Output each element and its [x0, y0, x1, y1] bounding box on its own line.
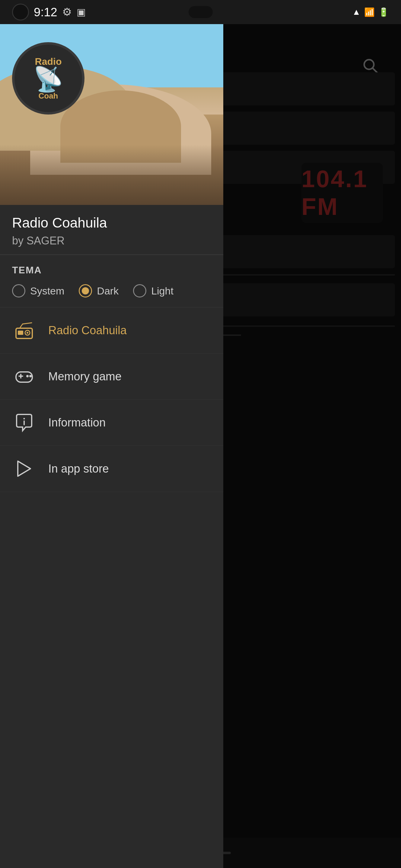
- status-right-icons: ▲ 📶 🔋: [352, 7, 389, 17]
- theme-radio-dark-fill: [82, 287, 89, 294]
- theme-label-system: System: [30, 285, 64, 297]
- logo-circle: Radio 📡 Coah: [12, 42, 85, 115]
- menu-item-radio-coahuila[interactable]: Radio Coahuila: [0, 307, 223, 353]
- status-time: 9:12: [34, 5, 57, 19]
- menu-item-information[interactable]: Information: [0, 400, 223, 446]
- svg-rect-3: [18, 331, 23, 335]
- status-bar: 9:12 ⚙ ▣ ▲ 📶 🔋: [0, 0, 401, 24]
- svg-point-5: [27, 332, 28, 334]
- menu-label-memory-game: Memory game: [48, 370, 122, 383]
- battery-icon: 🔋: [378, 7, 389, 17]
- svg-line-6: [20, 324, 23, 328]
- theme-label-dark: Dark: [97, 285, 119, 297]
- menu-label-in-app-store: In app store: [48, 462, 109, 475]
- svg-point-10: [29, 375, 32, 377]
- theme-label-light: Light: [151, 285, 173, 297]
- drawer-station-name: Radio Coahuila: [12, 215, 211, 231]
- theme-radio-system: [12, 284, 25, 298]
- theme-radio-light: [133, 284, 146, 298]
- camera-notch: [189, 6, 213, 18]
- menu-item-memory-game[interactable]: Memory game: [0, 353, 223, 400]
- app-store-icon: [12, 457, 36, 481]
- svg-line-7: [23, 323, 32, 324]
- play-arrow-icon: [13, 458, 35, 479]
- status-left: 9:12 ⚙ ▣: [12, 4, 86, 21]
- dune-shadow: [0, 145, 223, 205]
- menu-label-radio-coahuila: Radio Coahuila: [48, 324, 127, 337]
- svg-marker-15: [18, 461, 30, 476]
- theme-options-group: System Dark Light: [12, 284, 211, 298]
- theme-section: TEMA System Dark Light: [0, 255, 223, 307]
- theme-radio-dark: [79, 284, 92, 298]
- status-notch-area: [189, 6, 213, 18]
- theme-option-system[interactable]: System: [12, 284, 64, 298]
- menu-label-information: Information: [48, 416, 106, 429]
- app-logo: Radio 📡 Coah: [12, 42, 85, 115]
- settings-icon: ⚙: [62, 6, 72, 19]
- radio-coahuila-icon: [12, 318, 36, 342]
- gamepad-icon: [13, 366, 35, 387]
- information-icon: [12, 410, 36, 435]
- memory-game-icon: [12, 364, 36, 389]
- svg-point-9: [26, 375, 29, 377]
- radio-icon: [13, 320, 35, 341]
- navigation-drawer: Radio 📡 Coah Radio Coahuila by SAGER TEM…: [0, 24, 223, 868]
- info-chat-icon: [13, 412, 35, 433]
- theme-option-light[interactable]: Light: [133, 284, 173, 298]
- theme-section-label: TEMA: [12, 265, 211, 276]
- signal-icon: 📶: [364, 7, 375, 17]
- status-circle-icon: [12, 4, 29, 21]
- drawer-station-by: by SAGER: [12, 235, 211, 247]
- drawer-header-image: Radio 📡 Coah: [0, 24, 223, 205]
- drawer-station-info: Radio Coahuila by SAGER: [0, 205, 223, 255]
- logo-tower-icon: 📡: [33, 67, 63, 91]
- logo-coah-text: Coah: [39, 91, 58, 101]
- sim-icon: ▣: [77, 6, 86, 18]
- wifi-icon: ▲: [352, 7, 361, 17]
- menu-item-in-app-store[interactable]: In app store: [0, 446, 223, 492]
- theme-option-dark[interactable]: Dark: [79, 284, 119, 298]
- drawer-backdrop[interactable]: [223, 24, 401, 868]
